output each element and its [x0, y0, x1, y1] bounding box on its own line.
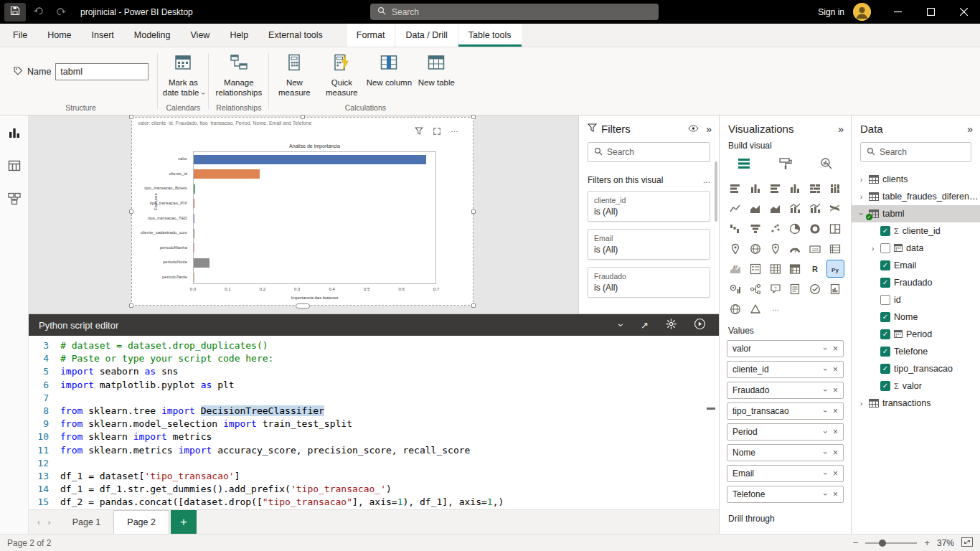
- filters-more-options[interactable]: ...: [703, 175, 710, 185]
- value-field-chip-nome[interactable]: Nome›×: [727, 444, 844, 461]
- value-field-chip-fraudado[interactable]: Fraudado›×: [727, 382, 844, 399]
- remove-field-icon[interactable]: ×: [833, 468, 838, 479]
- field-checkbox[interactable]: ✓: [880, 226, 890, 236]
- report-canvas[interactable]: valor: cliente_id, Fraudado, tipo_transa…: [29, 116, 578, 314]
- decomposition-tree-icon[interactable]: [747, 281, 763, 297]
- arcgis-map-icon[interactable]: [727, 301, 743, 317]
- field-row-email[interactable]: ✓Email: [852, 257, 980, 274]
- value-field-chip-telefone[interactable]: Telefone›×: [727, 486, 844, 503]
- filter-card-cliente-id[interactable]: cliente_idis (All): [588, 191, 710, 222]
- chevron-icon[interactable]: ›: [857, 192, 865, 201]
- page-nav-back-icon[interactable]: ‹: [37, 517, 40, 527]
- chevron-down-icon[interactable]: ›: [821, 451, 830, 454]
- power-apps-icon[interactable]: [747, 301, 763, 317]
- field-row-cliente-id[interactable]: ✓Σcliente_id: [852, 222, 980, 240]
- clustered-column-chart-icon[interactable]: [787, 180, 804, 197]
- new-table-button[interactable]: New table: [413, 47, 460, 88]
- 100-stacked-column-chart-icon[interactable]: [827, 180, 844, 197]
- tab-home[interactable]: Home: [37, 24, 81, 47]
- code-line[interactable]: 13df_1 = dataset['tipo_transacao']: [29, 470, 719, 483]
- remove-field-icon[interactable]: ×: [833, 344, 838, 354]
- tab-data-drill[interactable]: Data / Drill: [395, 24, 457, 47]
- page-tab-page-2[interactable]: Page 2: [113, 510, 169, 534]
- table-name-input[interactable]: [55, 63, 149, 80]
- remove-field-icon[interactable]: ×: [833, 406, 838, 416]
- metrics-icon[interactable]: [807, 281, 824, 297]
- chevron-icon[interactable]: ›: [869, 244, 877, 253]
- smart-narrative-icon[interactable]: [787, 281, 804, 297]
- format-visual-tab[interactable]: [778, 156, 793, 173]
- fit-to-page-icon[interactable]: [961, 537, 973, 549]
- field-checkbox[interactable]: ✓: [880, 364, 890, 374]
- key-influencers-icon[interactable]: [727, 281, 743, 297]
- chevron-down-icon[interactable]: ›: [821, 430, 830, 433]
- script-options-icon[interactable]: [666, 319, 677, 331]
- map-icon[interactable]: [727, 240, 743, 257]
- eye-icon[interactable]: [688, 124, 699, 134]
- model-view-button[interactable]: [6, 190, 23, 207]
- stacked-area-chart-icon[interactable]: [767, 200, 783, 217]
- multi-row-card-icon[interactable]: [827, 240, 844, 257]
- tab-modeling[interactable]: Modeling: [124, 24, 181, 47]
- tab-external-tools[interactable]: External tools: [258, 24, 333, 47]
- resize-handle[interactable]: [129, 303, 133, 308]
- field-row-data[interactable]: ›data: [852, 240, 980, 257]
- filters-scrollbar[interactable]: [715, 161, 717, 222]
- collapse-pane-icon[interactable]: »: [967, 123, 971, 135]
- zoom-out-button[interactable]: −: [853, 537, 859, 548]
- field-checkbox[interactable]: ✓: [880, 381, 890, 391]
- gauge-icon[interactable]: [787, 240, 804, 257]
- code-line[interactable]: 12: [29, 457, 719, 470]
- code-line[interactable]: 5import seaborn as sns: [29, 365, 719, 378]
- code-line[interactable]: 11from sklearn.metrics import accuracy_s…: [29, 444, 719, 457]
- field-row-id[interactable]: id: [852, 291, 980, 309]
- stacked-bar-chart-icon[interactable]: [727, 180, 743, 197]
- open-external-editor-icon[interactable]: ↗: [641, 320, 649, 331]
- chevron-down-icon[interactable]: ›: [821, 493, 830, 496]
- stacked-column-chart-icon[interactable]: [747, 180, 763, 197]
- line-chart-icon[interactable]: [727, 200, 743, 217]
- value-field-chip-period[interactable]: Period›×: [727, 423, 844, 441]
- area-chart-icon[interactable]: [747, 200, 763, 217]
- filters-search[interactable]: [588, 142, 710, 162]
- field-checkbox[interactable]: ✓: [880, 278, 890, 288]
- ribbon-chart-icon[interactable]: [827, 200, 844, 217]
- field-checkbox[interactable]: [880, 243, 890, 253]
- field-row-telefone[interactable]: ✓Telefone: [852, 343, 980, 360]
- remove-field-icon[interactable]: ×: [833, 427, 838, 437]
- filters-search-input[interactable]: [607, 147, 704, 157]
- quick-measure-button[interactable]: Quick measure: [318, 47, 365, 98]
- field-row-valor[interactable]: ✓Σvalor: [852, 377, 980, 395]
- chevron-icon[interactable]: ›: [857, 399, 865, 408]
- value-field-chip-cliente-id[interactable]: cliente_id›×: [727, 361, 844, 378]
- field-checkbox[interactable]: ✓: [880, 347, 890, 357]
- more-options-icon[interactable]: …: [767, 301, 783, 317]
- chevron-icon[interactable]: ›: [857, 175, 865, 184]
- titlebar-search[interactable]: Search: [370, 4, 659, 20]
- new-column-button[interactable]: New column: [365, 47, 413, 88]
- minimize-button[interactable]: [881, 0, 914, 24]
- collapse-pane-icon[interactable]: »: [838, 123, 842, 135]
- tab-help[interactable]: Help: [220, 24, 258, 47]
- resize-handle[interactable]: [471, 115, 476, 119]
- code-line[interactable]: 3# dataset = dataset.drop_duplicates(): [29, 339, 719, 352]
- kpi-icon[interactable]: 42: [727, 260, 743, 277]
- field-checkbox[interactable]: ✓: [880, 260, 890, 270]
- analytics-tab[interactable]: [819, 156, 834, 173]
- clustered-bar-chart-icon[interactable]: [767, 180, 783, 197]
- run-script-icon[interactable]: [694, 318, 706, 332]
- build-visual-tab[interactable]: [737, 156, 751, 173]
- code-line[interactable]: 10from sklearn import metrics: [29, 430, 719, 443]
- chevron-down-icon[interactable]: ›: [821, 472, 830, 475]
- resize-handle[interactable]: [471, 303, 476, 308]
- value-field-chip-valor[interactable]: valor›×: [727, 340, 844, 357]
- 100-stacked-bar-chart-icon[interactable]: [807, 180, 824, 197]
- field-row-nome[interactable]: ✓Nome: [852, 309, 980, 326]
- chevron-down-icon[interactable]: ›: [821, 410, 830, 413]
- chevron-down-icon[interactable]: ›: [821, 389, 830, 392]
- filter-card-email[interactable]: Emailis (All): [588, 229, 710, 260]
- line-and-stacked-column-chart-icon[interactable]: [787, 200, 804, 217]
- remove-field-icon[interactable]: ×: [833, 364, 838, 375]
- drag-handle[interactable]: [296, 303, 310, 309]
- card-icon[interactable]: 123: [807, 240, 824, 257]
